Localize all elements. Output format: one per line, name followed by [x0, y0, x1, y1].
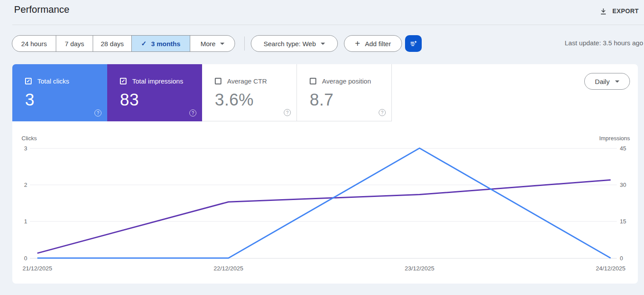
performance-card: Total clicks 3 Total impressions 83 Aver… [12, 64, 638, 284]
filter-sparkle-icon [409, 39, 418, 48]
chevron-down-icon [220, 43, 224, 45]
metric-label: Total clicks [37, 77, 69, 85]
add-filter-button[interactable]: Add filter [344, 35, 402, 52]
check-icon [141, 40, 147, 47]
granularity-dropdown[interactable]: Daily [584, 73, 630, 90]
metric-value: 3.6% [215, 91, 297, 109]
checkbox-checked-icon[interactable] [120, 78, 127, 84]
y-tick-label-left: 2 [24, 182, 27, 188]
tab-24-hours[interactable]: 24 hours [12, 36, 56, 51]
axis-title-right: Impressions [599, 135, 630, 142]
date-range-tabs: 24 hours 7 days 28 days 3 months More [12, 35, 235, 52]
chart-area[interactable]: ClicksImpressions3452301150021/12/202522… [12, 132, 638, 279]
header-divider [12, 25, 644, 25]
y-tick-label-right: 15 [620, 218, 626, 225]
impressions-line [37, 180, 611, 253]
search-type-dropdown[interactable]: Search type: Web [251, 35, 338, 52]
more-button[interactable]: More [190, 36, 235, 51]
chevron-down-icon [615, 80, 619, 83]
y-tick-label-left: 0 [24, 255, 27, 262]
metric-label: Average CTR [227, 77, 267, 85]
metric-card-average-ctr[interactable]: Average CTR 3.6% [202, 64, 297, 121]
export-button[interactable]: EXPORT [597, 4, 640, 18]
checkbox-checked-icon[interactable] [25, 78, 32, 84]
x-tick-label: 24/12/2025 [596, 265, 626, 272]
tab-3-months[interactable]: 3 months [131, 36, 190, 51]
tab-28-days[interactable]: 28 days [93, 36, 131, 51]
y-tick-label-right: 30 [620, 182, 626, 188]
checkbox-unchecked-icon[interactable] [215, 78, 221, 84]
metric-strip: Total clicks 3 Total impressions 83 Aver… [12, 64, 392, 121]
tab-label: 24 hours [21, 40, 47, 47]
granularity-label: Daily [595, 78, 609, 85]
toolbar-divider [244, 36, 245, 51]
metric-value: 83 [120, 91, 202, 109]
last-update-text: Last update: 3.5 hours ago [565, 39, 643, 47]
help-circle-icon[interactable] [284, 109, 291, 116]
x-tick-label: 21/12/2025 [22, 265, 52, 272]
axis-title-left: Clicks [22, 135, 37, 142]
add-filter-label: Add filter [365, 40, 391, 47]
metric-card-total-clicks[interactable]: Total clicks 3 [12, 64, 107, 121]
y-tick-label-left: 3 [24, 145, 27, 152]
x-tick-label: 22/12/2025 [213, 265, 243, 272]
filter-settings-button[interactable] [405, 35, 422, 52]
export-label: EXPORT [612, 7, 639, 15]
metric-value: 8.7 [310, 91, 391, 109]
more-label: More [200, 40, 215, 47]
y-tick-label-left: 1 [24, 218, 27, 225]
tab-label: 7 days [65, 40, 84, 47]
x-tick-label: 23/12/2025 [405, 265, 434, 272]
checkbox-unchecked-icon[interactable] [310, 78, 316, 84]
plus-icon [355, 39, 360, 48]
metric-card-average-position[interactable]: Average position 8.7 [297, 64, 392, 121]
metric-label: Total impressions [132, 77, 183, 85]
metric-label: Average position [322, 77, 371, 85]
tab-label: 28 days [101, 40, 124, 47]
metric-value: 3 [25, 91, 107, 109]
y-tick-label-right: 0 [620, 255, 623, 262]
tab-label: 3 months [151, 40, 181, 47]
page-title: Performance [14, 4, 69, 15]
y-tick-label-right: 45 [620, 145, 626, 152]
help-circle-icon[interactable] [379, 109, 386, 116]
help-circle-icon[interactable] [189, 109, 196, 117]
performance-chart[interactable]: ClicksImpressions3452301150021/12/202522… [12, 132, 638, 279]
chevron-down-icon [321, 43, 325, 45]
tab-7-days[interactable]: 7 days [56, 36, 93, 51]
clicks-line [37, 148, 611, 258]
search-type-label: Search type: Web [264, 40, 316, 47]
download-icon [599, 7, 608, 15]
metric-card-total-impressions[interactable]: Total impressions 83 [107, 64, 202, 121]
help-circle-icon[interactable] [94, 109, 101, 117]
